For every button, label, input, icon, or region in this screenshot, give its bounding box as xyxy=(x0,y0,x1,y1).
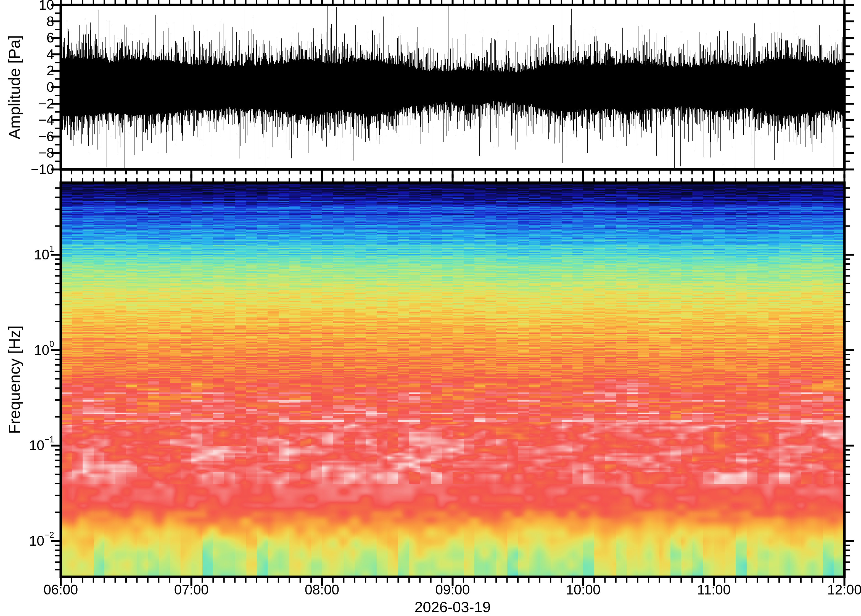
freq-tick-base: 10 xyxy=(29,438,44,453)
amplitude-tick-label: −6 xyxy=(0,130,54,143)
time-tick-label: 08:00 xyxy=(305,583,339,597)
seismic-spectrogram-figure: Amplitude [Pa] Frequency [Hz] 1086420−2−… xyxy=(0,0,861,616)
frequency-tick-label: 100 xyxy=(0,343,54,357)
time-tick-label: 11:00 xyxy=(697,583,730,597)
amplitude-tick-label: −2 xyxy=(0,97,54,111)
freq-tick-base: 10 xyxy=(29,533,44,548)
time-tick-label: 07:00 xyxy=(174,583,208,597)
time-tick-label: 10:00 xyxy=(566,583,600,597)
freq-tick-base: 10 xyxy=(34,247,49,262)
time-tick-label: 12:00 xyxy=(827,583,861,597)
spectrogram-panel xyxy=(61,183,844,577)
freq-tick-exponent: −2 xyxy=(44,530,54,540)
frequency-tick-label: 10−2 xyxy=(0,534,54,548)
amplitude-tick-label: 2 xyxy=(0,64,54,77)
freq-tick-base: 10 xyxy=(34,343,49,358)
amplitude-tick-label: 6 xyxy=(0,31,54,45)
freq-tick-exponent: 1 xyxy=(49,244,54,254)
freq-tick-exponent: 0 xyxy=(49,339,54,349)
amplitude-tick-label: 0 xyxy=(0,80,54,94)
amplitude-tick-label: −4 xyxy=(0,113,54,127)
waveform-panel xyxy=(61,5,844,170)
freq-tick-exponent: −1 xyxy=(44,435,54,444)
time-tick-label: 06:00 xyxy=(43,583,78,597)
amplitude-tick-label: −10 xyxy=(0,163,54,176)
amplitude-tick-label: 4 xyxy=(0,47,54,61)
amplitude-tick-label: 8 xyxy=(0,15,54,28)
frequency-axis-label: Frequency [Hz] xyxy=(6,325,22,434)
amplitude-tick-label: −8 xyxy=(0,146,54,160)
time-tick-label: 09:00 xyxy=(435,583,470,597)
frequency-tick-label: 101 xyxy=(0,248,54,262)
amplitude-tick-label: 10 xyxy=(0,0,54,12)
date-label: 2026-03-19 xyxy=(414,599,491,614)
frequency-tick-label: 10−1 xyxy=(0,438,54,453)
